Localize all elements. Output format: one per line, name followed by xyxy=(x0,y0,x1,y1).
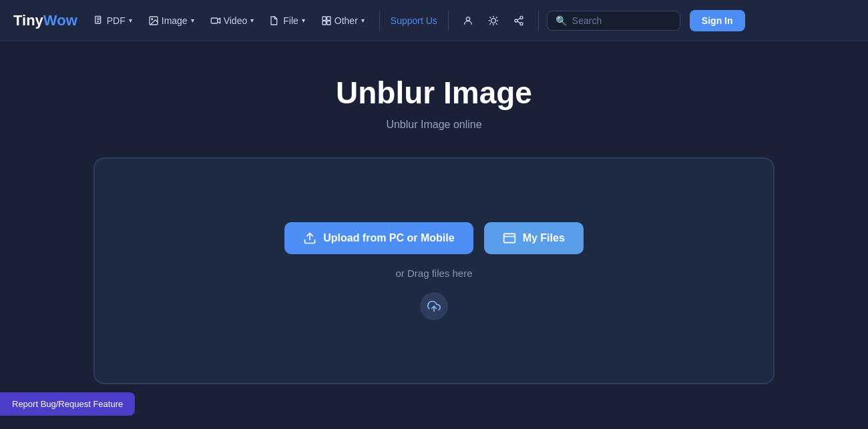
nav-divider xyxy=(379,11,380,31)
nav-item-pdf[interactable]: PDF ▾ xyxy=(87,11,139,30)
myfiles-button[interactable]: My Files xyxy=(484,222,584,254)
avatar-icon-btn[interactable] xyxy=(457,9,479,32)
svg-point-2 xyxy=(151,18,152,19)
svg-point-9 xyxy=(491,18,496,23)
file-chevron: ▾ xyxy=(302,17,305,24)
image-chevron: ▾ xyxy=(191,17,194,24)
svg-rect-5 xyxy=(327,17,330,20)
myfiles-button-label: My Files xyxy=(523,232,565,244)
svg-rect-6 xyxy=(322,21,326,24)
video-icon xyxy=(210,15,221,26)
nav-item-image[interactable]: Image ▾ xyxy=(142,11,201,30)
nav-label-video: Video xyxy=(224,15,248,26)
search-box[interactable]: 🔍 xyxy=(547,11,680,31)
page-title: Unblur Image xyxy=(336,75,532,111)
pdf-chevron: ▾ xyxy=(129,17,132,24)
search-icon: 🔍 xyxy=(556,15,567,26)
svg-line-21 xyxy=(517,21,521,23)
cloud-upload-icon xyxy=(420,292,448,320)
nav-label-other: Other xyxy=(335,15,358,26)
nav-label-image: Image xyxy=(162,15,188,26)
myfiles-icon xyxy=(503,232,516,245)
nav-divider-3 xyxy=(538,11,539,31)
nav-item-file[interactable]: File ▾ xyxy=(263,11,312,30)
nav-label-file: File xyxy=(283,15,298,26)
logo[interactable]: TinyWow xyxy=(13,12,77,29)
nav-item-other[interactable]: Other ▾ xyxy=(314,11,371,30)
other-chevron: ▾ xyxy=(361,17,365,24)
theme-toggle-btn[interactable] xyxy=(482,9,505,32)
upload-icon xyxy=(303,232,316,245)
svg-line-16 xyxy=(490,23,491,24)
video-chevron: ▾ xyxy=(250,17,254,24)
upload-buttons: Upload from PC or Mobile My Files xyxy=(284,222,584,254)
other-icon xyxy=(321,15,332,26)
support-link[interactable]: Support Us xyxy=(391,15,437,26)
main-content: Unblur Image Unblur Image online Upload … xyxy=(0,41,868,384)
svg-point-8 xyxy=(466,17,469,20)
search-input[interactable] xyxy=(572,15,672,26)
logo-tiny: Tiny xyxy=(13,12,43,29)
svg-rect-4 xyxy=(322,17,326,20)
logo-wow: Wow xyxy=(43,12,77,29)
dropzone: Upload from PC or Mobile My Files or Dra… xyxy=(93,157,775,384)
drag-text: or Drag files here xyxy=(395,268,472,279)
navbar: TinyWow PDF ▾ Image ▾ Video ▾ File ▾ xyxy=(0,0,868,41)
upload-button[interactable]: Upload from PC or Mobile xyxy=(284,222,473,254)
report-bug-button[interactable]: Report Bug/Request Feature xyxy=(0,392,135,416)
svg-rect-7 xyxy=(327,21,330,24)
svg-line-17 xyxy=(496,17,497,17)
nav-item-video[interactable]: Video ▾ xyxy=(204,11,261,30)
signin-button[interactable]: Sign In xyxy=(690,10,745,31)
svg-line-14 xyxy=(490,17,491,17)
image-icon xyxy=(148,15,159,26)
svg-rect-24 xyxy=(503,234,515,242)
pdf-icon xyxy=(93,15,104,26)
nav-divider-2 xyxy=(448,11,449,31)
svg-line-22 xyxy=(517,18,521,20)
upload-button-label: Upload from PC or Mobile xyxy=(323,232,454,244)
svg-line-15 xyxy=(496,23,497,24)
page-subtitle: Unblur Image online xyxy=(386,119,481,131)
nav-label-pdf: PDF xyxy=(107,15,126,26)
svg-rect-3 xyxy=(211,18,217,23)
share-icon-btn[interactable] xyxy=(507,9,530,32)
file-icon xyxy=(270,15,280,26)
